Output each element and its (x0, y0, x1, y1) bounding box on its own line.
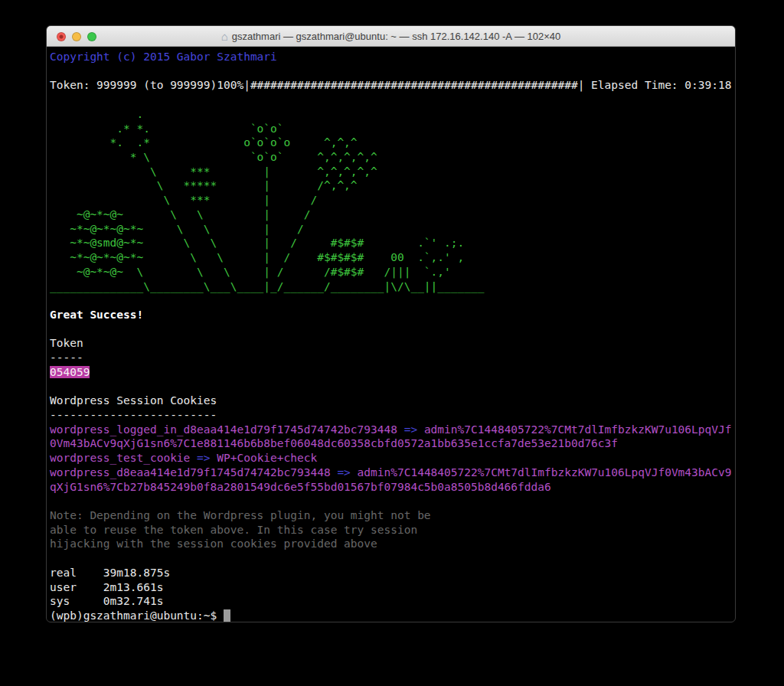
timing-sys: sys 0m32.741s (50, 595, 163, 607)
terminal-text: ~@~*~@~ \ \ \ | / /#$#$# /||| `.,' (50, 266, 451, 278)
terminal-line: Wordpress Session Cookies (50, 394, 735, 408)
note-text: Note: Depending on the Wordpress plugin,… (50, 509, 431, 521)
traffic-lights (57, 26, 96, 47)
terminal-text: wordpress_d8eaa414e1d79f1745d74742bc7934… (50, 466, 337, 479)
terminal-text: admin%7C1448405722%7CMt7dlImfbzkzKW7u106… (351, 466, 732, 479)
terminal-line: ~@~*~@~ \ \ | / (50, 207, 735, 222)
token-value: 054059 (50, 366, 90, 378)
terminal-line: Great Success! (50, 308, 735, 322)
terminal-text: * \ `o`o` ^,^,^,^,^ (50, 151, 377, 163)
terminal-line (50, 551, 735, 566)
terminal-text: WP+Cookie+check (211, 452, 318, 464)
terminal-text: Copyright (c) 2015 Gabor Szathmari (50, 51, 277, 63)
note-text: able to reuse the token above. In this c… (50, 524, 417, 536)
terminal-text: \ ***** | /^,^,^ (50, 179, 358, 191)
success-message: Great Success! (50, 309, 143, 321)
terminal-text: => (404, 423, 417, 436)
terminal-text: Token: 999999 (to 999999)100%|##########… (50, 79, 731, 91)
terminal-line: sys 0m32.741s (50, 594, 735, 609)
terminal-line: hijacking with the session cookies provi… (50, 537, 735, 551)
home-icon: ⌂ (221, 31, 228, 42)
terminal-text: wordpress_logged_in_d8eaa414e1d79f1745d7… (50, 423, 404, 436)
terminal-text: \ *** | ^,^,^,^,^ (50, 165, 377, 178)
terminal-text: ______________\________\___\____|_/_____… (50, 280, 484, 292)
terminal-line (50, 322, 735, 337)
terminal-text: 0Vm43bACv9qXjG1sn6%7C1e881146b6b8bef0604… (50, 437, 618, 449)
terminal-text: wordpress_test_cookie (50, 452, 197, 464)
terminal-line: .* *. `o`o` (50, 122, 735, 136)
terminal-line: ~*~@~*~@~*~ \ \ | / (50, 222, 735, 237)
terminal-line: \ *** | ^,^,^,^,^ (50, 165, 735, 179)
terminal-line: Token (50, 336, 735, 351)
terminal-line: \ ***** | /^,^,^ (50, 178, 735, 193)
terminal-line: qXjG1sn6%7Cb27b845249b0f8a2801549dc6e5f5… (50, 480, 735, 495)
token-heading: Token (50, 337, 83, 349)
terminal-line: \ *** | / (50, 193, 735, 207)
timing-user: user 2m13.661s (50, 581, 163, 593)
terminal-line: . (50, 107, 735, 122)
zoom-button[interactable] (87, 32, 96, 41)
terminal-line: wordpress_test_cookie => WP+Cookie+check (50, 451, 735, 466)
terminal-text: . (50, 108, 143, 120)
terminal-line: real 39m18.875s (50, 566, 735, 580)
window-title-text: gszathmari — gszathmari@ubuntu: ~ — ssh … (232, 31, 560, 42)
terminal-line: (wpb)gszathmari@ubuntu:~$ (50, 609, 735, 622)
terminal-line: ______________\________\___\____|_/_____… (50, 279, 735, 294)
terminal-line: 0Vm43bACv9qXjG1sn6%7C1e881146b6b8bef0604… (50, 436, 735, 451)
desktop: ⌂ gszathmari — gszathmari@ubuntu: ~ — ss… (0, 0, 784, 686)
terminal-line (50, 293, 735, 308)
terminal-line: Copyright (c) 2015 Gabor Szathmari (50, 50, 735, 64)
note-text: hijacking with the session cookies provi… (50, 537, 377, 550)
terminal-line: ------------------------- (50, 408, 735, 423)
shell-prompt: (wpb)gszathmari@ubuntu:~$ (50, 609, 224, 622)
terminal-line: Note: Depending on the Wordpress plugin,… (50, 508, 735, 523)
terminal-line (50, 93, 735, 107)
terminal-line: *. .* o`o`o`o ^,^,^ (50, 136, 735, 150)
terminal-line: Token: 999999 (to 999999)100%|##########… (50, 78, 735, 93)
terminal-line: ~*~@smd@~*~ \ \ | / #$#$# .`' .;. (50, 236, 735, 250)
terminal-text: ~*~@~*~@~*~ \ \ | / (50, 223, 304, 235)
terminal-text: ~*~@~*~@~*~ \ \ | / #$#$#$# 00 .`,.' , (50, 251, 464, 263)
terminal-text: *. .* o`o`o`o ^,^,^ (50, 136, 358, 149)
terminal-line: ----- (50, 351, 735, 365)
terminal-line: able to reuse the token above. In this c… (50, 523, 735, 537)
minimize-button[interactable] (72, 32, 81, 41)
terminal-text: ~@~*~@~ \ \ | / (50, 208, 310, 220)
terminal-line (50, 494, 735, 508)
terminal-line: user 2m13.661s (50, 580, 735, 595)
title-bar[interactable]: ⌂ gszathmari — gszathmari@ubuntu: ~ — ss… (47, 26, 735, 47)
terminal-line: wordpress_logged_in_d8eaa414e1d79f1745d7… (50, 423, 735, 437)
terminal-text: \ *** | / (50, 194, 317, 206)
terminal-text: => (337, 466, 350, 479)
terminal-line (50, 380, 735, 394)
terminal-line: ~*~@~*~@~*~ \ \ | / #$#$#$# 00 .`,.' , (50, 250, 735, 265)
close-button[interactable] (57, 32, 66, 41)
window-title: ⌂ gszathmari — gszathmari@ubuntu: ~ — ss… (221, 31, 561, 42)
terminal-line (50, 64, 735, 79)
terminal-text: ~*~@smd@~*~ \ \ | / #$#$# .`' .;. (50, 237, 464, 249)
terminal-text: admin%7C1448405722%7CMt7dlImfbzkzKW7u106… (417, 423, 731, 436)
terminal-text: ------------------------- (50, 409, 217, 421)
terminal-line: 054059 (50, 365, 735, 380)
terminal-window: ⌂ gszathmari — gszathmari@ubuntu: ~ — ss… (46, 25, 736, 622)
timing-real: real 39m18.875s (50, 567, 170, 579)
terminal-line: * \ `o`o` ^,^,^,^,^ (50, 150, 735, 165)
terminal-text: ----- (50, 351, 83, 364)
terminal-screen[interactable]: Copyright (c) 2015 Gabor Szathmari Token… (47, 47, 735, 622)
terminal-line: wordpress_d8eaa414e1d79f1745d74742bc7934… (50, 466, 735, 480)
cookies-heading: Wordpress Session Cookies (50, 394, 217, 407)
terminal-line: ~@~*~@~ \ \ \ | / /#$#$# /||| `.,' (50, 265, 735, 279)
terminal-text: => (197, 452, 210, 464)
terminal-text: .* *. `o`o` (50, 122, 284, 135)
terminal-text: qXjG1sn6%7Cb27b845249b0f8a2801549dc6e5f5… (50, 481, 551, 493)
terminal-cursor (224, 609, 230, 622)
